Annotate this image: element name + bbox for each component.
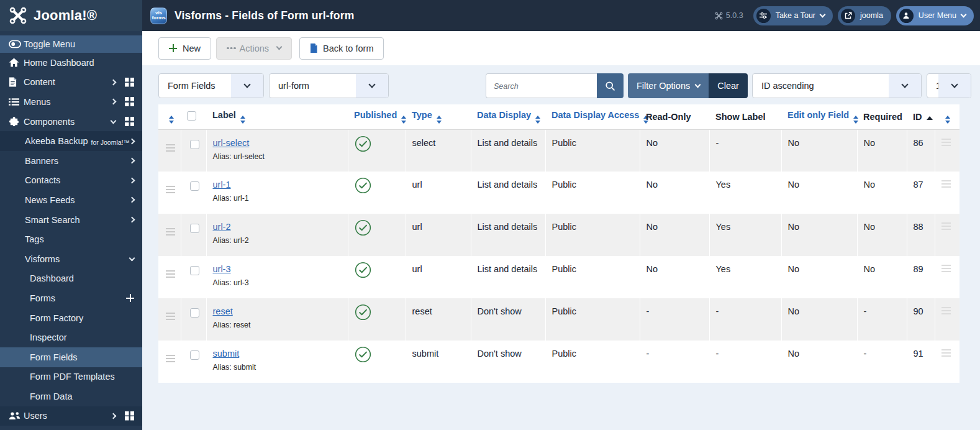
row-checkbox[interactable] — [190, 224, 199, 233]
back-to-form-button[interactable]: Back to form — [299, 37, 384, 60]
field-label-link[interactable]: url-3 — [213, 264, 231, 274]
form-select-value: url-form — [278, 81, 309, 91]
home-icon — [9, 58, 24, 67]
cell-id: 87 — [907, 172, 935, 214]
field-label-link[interactable]: url-1 — [213, 180, 231, 190]
row-menu-handle-icon[interactable] — [941, 265, 951, 272]
sidebar-item-inspector[interactable]: Inspector — [0, 327, 142, 347]
sidebar-item-form-factory[interactable]: Form Factory — [0, 308, 142, 328]
sort-order-select[interactable]: ID ascending — [752, 73, 922, 98]
column-header-published[interactable]: Published — [348, 104, 406, 129]
cell-read-only: - — [640, 341, 709, 383]
drag-handle-icon[interactable] — [166, 355, 175, 362]
sidebar-item-toggle-menu[interactable]: Toggle Menu — [0, 35, 142, 53]
published-check-icon[interactable] — [355, 219, 371, 236]
row-checkbox[interactable] — [190, 350, 199, 360]
plus-icon[interactable] — [126, 294, 134, 302]
form-select[interactable]: url-form — [269, 73, 389, 98]
sidebar-item-label: Dashboard — [30, 273, 74, 283]
row-menu-handle-icon[interactable] — [941, 139, 951, 146]
sidebar-item-menus[interactable]: Menus — [0, 92, 142, 112]
select-all-checkbox[interactable] — [187, 111, 196, 121]
row-menu-handle-icon[interactable] — [941, 307, 951, 314]
sidebar-item-forms[interactable]: Forms — [0, 288, 142, 308]
sidebar-item-tags[interactable]: Tags — [0, 229, 142, 249]
sidebar-item-contacts[interactable]: Contacts — [0, 171, 142, 191]
user-menu-button[interactable]: User Menu — [896, 6, 974, 25]
table-row: url-3 Alias: url-3 url List and details … — [158, 256, 960, 298]
row-checkbox[interactable] — [190, 266, 199, 275]
published-check-icon[interactable] — [355, 262, 371, 278]
sidebar-item-dashboard[interactable]: Dashboard — [0, 269, 142, 289]
grid-icon[interactable] — [125, 97, 134, 106]
sidebar-item-form-pdf-templates[interactable]: Form PDF Templates — [0, 367, 142, 387]
published-check-icon[interactable] — [355, 135, 371, 152]
column-header-id[interactable]: ID — [907, 104, 935, 129]
grid-icon[interactable] — [125, 411, 134, 421]
filter-options-button[interactable]: Filter Options — [628, 73, 709, 98]
sidebar-item-banners[interactable]: Banners — [0, 151, 142, 171]
published-check-icon[interactable] — [355, 346, 371, 363]
new-button[interactable]: New — [158, 37, 211, 60]
field-label-link[interactable]: url-select — [213, 138, 250, 148]
actions-button[interactable]: Actions — [216, 37, 292, 60]
column-header-data-display[interactable]: Data Display — [471, 104, 545, 129]
drag-handle-icon[interactable] — [166, 228, 175, 236]
select-chevron-zone — [938, 74, 971, 98]
row-menu-handle-icon[interactable] — [941, 222, 951, 230]
row-menu-handle-icon[interactable] — [941, 349, 951, 357]
users-icon — [9, 411, 24, 420]
column-header-label[interactable]: Label — [206, 104, 348, 129]
drag-handle-icon[interactable] — [166, 270, 175, 278]
sidebar-item-home-dashboard[interactable]: Home Dashboard — [0, 53, 142, 73]
search-input[interactable] — [486, 73, 597, 98]
sidebar-item-form-fields[interactable]: Form Fields — [0, 347, 142, 367]
grid-icon[interactable] — [125, 117, 134, 126]
joomla-logo[interactable]: Joomla!® — [0, 0, 142, 31]
table-row: reset Alias: reset reset Don't show Publ… — [158, 298, 960, 341]
row-checkbox[interactable] — [190, 181, 199, 191]
sidebar-item-visforms[interactable]: Visforms — [0, 249, 142, 269]
take-a-tour-button[interactable]: Take a Tour — [753, 6, 833, 25]
sidebar-item-akeeba-backup[interactable]: Akeeba Backupfor Joomla!™ — [0, 131, 142, 151]
clear-button[interactable]: Clear — [709, 73, 748, 98]
field-label-link[interactable]: reset — [213, 306, 233, 316]
column-header-show-label: Show Label — [709, 104, 781, 129]
sidebar-item-form-data[interactable]: Form Data — [0, 387, 142, 406]
site-preview-button[interactable]: joomla — [838, 6, 891, 25]
version-number: 5.0.3 — [726, 11, 743, 20]
drag-handle-icon[interactable] — [166, 144, 175, 152]
drag-handle-icon[interactable] — [166, 313, 175, 320]
cell-actions — [935, 129, 960, 172]
grid-icon[interactable] — [125, 78, 134, 87]
column-header-data-display-access[interactable]: Data Display Access — [545, 104, 640, 129]
published-check-icon[interactable] — [355, 177, 371, 194]
column-header-ordering[interactable] — [158, 104, 181, 129]
sidebar-item-news-feeds[interactable]: News Feeds — [0, 190, 142, 210]
field-label-link[interactable]: submit — [213, 349, 240, 359]
drag-handle-icon[interactable] — [166, 186, 175, 193]
fields-type-select[interactable]: Form Fields — [158, 73, 264, 98]
published-check-icon[interactable] — [355, 304, 371, 321]
column-header-actions[interactable] — [935, 104, 960, 129]
fields-type-select-value: Form Fields — [168, 81, 216, 91]
sidebar-item-smart-search[interactable]: Smart Search — [0, 210, 142, 230]
row-checkbox[interactable] — [190, 308, 199, 318]
cell-label: url-select Alias: url-select — [206, 129, 348, 172]
column-header-edit-only-field[interactable]: Edit only Field — [781, 104, 857, 129]
cell-data-display-access: Public — [545, 298, 640, 341]
list-limit-select[interactable]: 100 — [927, 73, 971, 98]
cell-published — [348, 341, 406, 383]
sidebar-item-label: Components — [24, 117, 75, 127]
sidebar-item-components[interactable]: Components — [0, 112, 142, 132]
field-label-link[interactable]: url-2 — [213, 222, 231, 232]
sidebar-item-label: Home Dashboard — [24, 58, 94, 68]
row-checkbox[interactable] — [190, 140, 199, 149]
sidebar-item-label: Akeeba Backup — [25, 136, 88, 146]
row-menu-handle-icon[interactable] — [941, 180, 951, 188]
sidebar-item-content[interactable]: Content — [0, 73, 142, 93]
sidebar-item-users[interactable]: Users — [0, 406, 142, 426]
column-header-type[interactable]: Type — [406, 104, 471, 129]
search-button[interactable] — [597, 73, 624, 98]
cell-required: No — [857, 214, 907, 256]
